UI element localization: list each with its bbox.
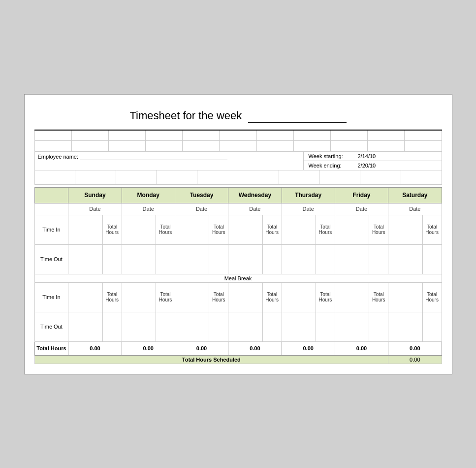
saturday-header: Saturday <box>388 187 442 203</box>
mon-timeout-1[interactable] <box>122 244 156 274</box>
time-in-label-1: Time In <box>34 215 68 244</box>
time-out-row-2: Time Out <box>34 312 442 341</box>
monday-date: Date <box>122 203 175 215</box>
tuesday-date: Date <box>175 203 228 215</box>
week-ending-value: 2/20/10 <box>358 163 376 168</box>
thu-hours-1: Total Hours <box>316 215 335 244</box>
fri-timeout-2[interactable] <box>335 312 369 341</box>
blank-row-1 <box>35 131 442 141</box>
date-empty <box>34 203 68 215</box>
sat-timeout-2[interactable] <box>388 312 422 341</box>
thu-timeout-1[interactable] <box>282 244 316 274</box>
wed-timeout-2[interactable] <box>228 312 262 341</box>
week-starting-value: 2/14/10 <box>358 153 376 159</box>
wed-timein-1[interactable] <box>228 215 262 244</box>
sun-hours-out-1 <box>102 244 122 274</box>
total-hours-label: Total Hours <box>34 341 68 355</box>
sat-timein-2[interactable] <box>388 282 422 312</box>
fri-hours-out-2 <box>369 312 388 341</box>
sun-hours-1: Total Hours <box>102 215 122 244</box>
wed-hours-2: Total Hours <box>262 282 282 312</box>
sat-timeout-1[interactable] <box>388 244 422 274</box>
sat-timein-1[interactable] <box>388 215 422 244</box>
sun-timeout-2[interactable] <box>68 312 102 341</box>
sat-hours-out-2 <box>422 312 442 341</box>
time-out-row-1: Time Out <box>34 244 442 274</box>
blank-row-3 <box>35 170 442 185</box>
employee-label: Employee name: <box>38 154 79 160</box>
wednesday-date: Date <box>228 203 282 215</box>
info-section: Employee name: Week starting: 2/14/10 We… <box>34 151 442 170</box>
mon-timein-1[interactable] <box>122 215 156 244</box>
fri-hours-2: Total Hours <box>369 282 388 312</box>
fri-timeout-1[interactable] <box>335 244 369 274</box>
time-in-label-2: Time In <box>34 282 68 312</box>
thu-hours-out-1 <box>316 244 335 274</box>
tue-timeout-1[interactable] <box>175 244 209 274</box>
mon-hours-1: Total Hours <box>156 215 175 244</box>
sun-timeout-1[interactable] <box>68 244 102 274</box>
sun-timein-1[interactable] <box>68 215 102 244</box>
tue-timeout-2[interactable] <box>175 312 209 341</box>
monday-header: Monday <box>122 187 175 203</box>
week-starting-row: Week starting: 2/14/10 <box>304 152 442 161</box>
timesheet-page: Timesheet for the week <box>24 94 452 374</box>
tue-timein-2[interactable] <box>175 282 209 312</box>
wed-timein-2[interactable] <box>228 282 262 312</box>
fri-hours-out-1 <box>369 244 388 274</box>
scheduled-value: 0.00 <box>388 355 442 364</box>
thursday-date: Date <box>282 203 335 215</box>
week-ending-label: Week ending: <box>309 163 358 168</box>
scheduled-label: Total Hours Scheduled <box>34 355 388 364</box>
thu-timein-2[interactable] <box>282 282 316 312</box>
tue-total: 0.00 <box>175 341 228 355</box>
mon-timeout-2[interactable] <box>122 312 156 341</box>
mon-timein-2[interactable] <box>122 282 156 312</box>
time-out-label-1: Time Out <box>34 244 68 274</box>
timesheet-table: Sunday Monday Tuesday Wednesday Thursday… <box>34 187 442 364</box>
thursday-header: Thursday <box>282 187 335 203</box>
thu-timeout-2[interactable] <box>282 312 316 341</box>
friday-header: Friday <box>335 187 388 203</box>
tuesday-header: Tuesday <box>175 187 228 203</box>
thu-timein-1[interactable] <box>282 215 316 244</box>
fri-total: 0.00 <box>335 341 388 355</box>
wed-total: 0.00 <box>228 341 282 355</box>
mon-hours-2: Total Hours <box>156 282 175 312</box>
tue-hours-1: Total Hours <box>209 215 228 244</box>
employee-value[interactable] <box>80 154 227 160</box>
time-in-row-1: Time In Total Hours Total Hours Total Ho… <box>34 215 442 244</box>
mon-hours-out-1 <box>156 244 175 274</box>
time-out-label-2: Time Out <box>34 312 68 341</box>
mon-hours-out-2 <box>156 312 175 341</box>
saturday-date: Date <box>388 203 442 215</box>
tue-hours-out-2 <box>209 312 228 341</box>
sun-total: 0.00 <box>68 341 122 355</box>
week-starting-label: Week starting: <box>309 153 358 159</box>
sunday-header: Sunday <box>68 187 122 203</box>
mon-total: 0.00 <box>122 341 175 355</box>
sat-hours-out-1 <box>422 244 442 274</box>
sun-timein-2[interactable] <box>68 282 102 312</box>
week-date-field[interactable] <box>248 109 347 123</box>
week-info: Week starting: 2/14/10 Week ending: 2/20… <box>304 152 442 170</box>
time-in-row-2: Time In Total Hours Total Hours Total Ho… <box>34 282 442 312</box>
title-row: Timesheet for the week <box>34 104 442 131</box>
sun-hours-out-2 <box>102 312 122 341</box>
wed-hours-out-2 <box>262 312 282 341</box>
sunday-date: Date <box>68 203 122 215</box>
wednesday-header: Wednesday <box>228 187 282 203</box>
friday-date: Date <box>335 203 388 215</box>
wed-timeout-1[interactable] <box>228 244 262 274</box>
wed-hours-1: Total Hours <box>262 215 282 244</box>
fri-timein-1[interactable] <box>335 215 369 244</box>
week-ending-row: Week ending: 2/20/10 <box>304 161 442 170</box>
fri-timein-2[interactable] <box>335 282 369 312</box>
meal-break-label: Meal Break <box>34 274 442 282</box>
tue-timein-1[interactable] <box>175 215 209 244</box>
empty-header <box>34 187 68 203</box>
tue-hours-out-1 <box>209 244 228 274</box>
wed-hours-out-1 <box>262 244 282 274</box>
title-text: Timesheet for the week <box>129 109 242 122</box>
meal-break-row: Meal Break <box>34 274 442 282</box>
